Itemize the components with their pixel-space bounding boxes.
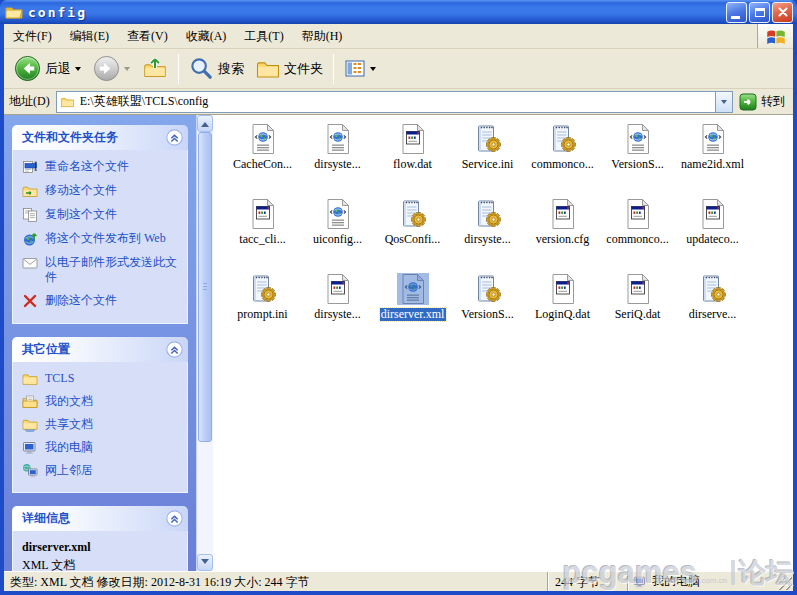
folder-up-icon	[142, 56, 168, 82]
folders-button[interactable]: 文件夹	[251, 55, 328, 83]
place-item[interactable]: TCLS	[22, 371, 181, 387]
panel-title: 其它位置	[22, 341, 166, 358]
chevron-up-icon[interactable]	[166, 129, 183, 146]
xml-file-icon	[397, 273, 429, 305]
task-item[interactable]: 将这个文件发布到 Web	[22, 231, 181, 247]
file-item[interactable]: uiconfig...	[300, 195, 375, 270]
panel-other-places-header[interactable]: 其它位置	[12, 337, 188, 362]
place-item[interactable]: 我的文档	[22, 394, 181, 410]
xml-file-icon	[322, 123, 354, 155]
views-button[interactable]	[339, 56, 381, 82]
up-button[interactable]	[137, 54, 173, 84]
ini-file-icon	[472, 123, 504, 155]
menu-item[interactable]: 工具(T)	[235, 24, 292, 49]
address-bar: 地址(D) E:\英雄联盟\TCLS\config 转到	[4, 89, 793, 115]
file-item[interactable]: SeriQ.dat	[600, 270, 675, 345]
menu-item[interactable]: 查看(V)	[118, 24, 177, 49]
menu-item[interactable]: 收藏(A)	[177, 24, 236, 49]
resize-grip[interactable]	[779, 577, 792, 590]
search-button[interactable]: 搜索	[184, 54, 249, 83]
search-icon	[189, 56, 214, 81]
file-item[interactable]: Service.ini	[450, 120, 525, 195]
task-item[interactable]: 重命名这个文件	[22, 159, 181, 175]
scroll-up-button[interactable]	[197, 115, 213, 132]
file-item[interactable]: VersionS...	[600, 120, 675, 195]
dat-file-icon	[547, 273, 579, 305]
toolbar-separator	[333, 54, 334, 84]
my-computer-icon	[633, 575, 647, 589]
sidebar-scrollbar[interactable]	[196, 115, 213, 571]
task-item[interactable]: 复制这个文件	[22, 207, 181, 223]
place-item[interactable]: 我的电脑	[22, 440, 181, 456]
status-location-label: 我的电脑	[652, 573, 700, 590]
file-item[interactable]: dirsyste...	[450, 195, 525, 270]
ini-file-icon	[547, 123, 579, 155]
file-item[interactable]: QosConfi...	[375, 195, 450, 270]
file-item[interactable]: commonco...	[525, 120, 600, 195]
file-item[interactable]: dirserve...	[675, 270, 750, 345]
task-item[interactable]: 移动这个文件	[22, 183, 181, 199]
windows-logo	[757, 24, 793, 48]
maximize-button[interactable]	[749, 2, 770, 23]
scrollbar-track[interactable]	[197, 132, 213, 554]
scrollbar-thumb[interactable]	[198, 132, 212, 442]
file-item[interactable]: commonco...	[600, 195, 675, 270]
place-item[interactable]: 共享文档	[22, 417, 181, 433]
dat-file-icon	[322, 273, 354, 305]
go-icon	[739, 93, 757, 111]
file-item[interactable]: VersionS...	[450, 270, 525, 345]
file-item[interactable]: dirsyste...	[300, 270, 375, 345]
views-dropdown-icon[interactable]	[370, 67, 376, 71]
address-dropdown-button[interactable]	[715, 92, 732, 112]
status-size: 244 字节	[547, 572, 627, 591]
file-grid[interactable]: CacheCon...dirsyste...flow.datService.in…	[213, 115, 793, 571]
task-item-label: 复制这个文件	[45, 207, 117, 222]
place-item-label: 网上邻居	[45, 463, 93, 478]
close-button[interactable]	[772, 2, 793, 23]
file-name: LoginQ.dat	[535, 308, 590, 321]
back-button[interactable]: 后退	[9, 53, 86, 84]
email-icon	[22, 255, 38, 271]
panel-file-tasks-header[interactable]: 文件和文件夹任务	[12, 125, 188, 150]
main-area: 文件和文件夹任务 重命名这个文件移动这个文件复制这个文件将这个文件发布到 Web…	[4, 115, 793, 571]
task-item-label: 将这个文件发布到 Web	[45, 231, 166, 246]
panel-details-header[interactable]: 详细信息	[12, 506, 188, 531]
file-item[interactable]: dirsyste...	[300, 120, 375, 195]
chevron-up-icon[interactable]	[166, 510, 183, 527]
menu-items: 文件(F)编辑(E)查看(V)收藏(A)工具(T)帮助(H)	[4, 24, 351, 49]
chevron-up-icon[interactable]	[166, 341, 183, 358]
task-item-label: 以电子邮件形式发送此文件	[45, 255, 181, 285]
file-item[interactable]: updateco...	[675, 195, 750, 270]
file-name: dirserver.xml	[380, 308, 446, 321]
back-dropdown-icon[interactable]	[75, 67, 81, 71]
address-input[interactable]: E:\英雄联盟\TCLS\config	[56, 91, 733, 113]
task-item[interactable]: 删除这个文件	[22, 293, 181, 309]
file-item[interactable]: flow.dat	[375, 120, 450, 195]
task-item[interactable]: 以电子邮件形式发送此文件	[22, 255, 181, 285]
go-label: 转到	[761, 93, 785, 110]
file-item[interactable]: dirserver.xml	[375, 270, 450, 345]
status-info: 类型: XML 文档 修改日期: 2012-8-31 16:19 大小: 244…	[4, 572, 547, 591]
status-bar: 类型: XML 文档 修改日期: 2012-8-31 16:19 大小: 244…	[4, 571, 793, 591]
minimize-button[interactable]	[726, 2, 747, 23]
forward-dropdown-icon[interactable]	[124, 67, 130, 71]
menu-item[interactable]: 文件(F)	[4, 24, 61, 49]
dat-file-icon	[247, 198, 279, 230]
file-item[interactable]: prompt.ini	[225, 270, 300, 345]
place-item-label: 我的电脑	[45, 440, 93, 455]
file-item[interactable]: name2id.xml	[675, 120, 750, 195]
go-button[interactable]: 转到	[739, 93, 788, 111]
menu-item[interactable]: 帮助(H)	[293, 24, 352, 49]
menu-item[interactable]: 编辑(E)	[61, 24, 118, 49]
scroll-down-button[interactable]	[197, 554, 213, 571]
file-item[interactable]: tacc_cli...	[225, 195, 300, 270]
sidebar: 文件和文件夹任务 重命名这个文件移动这个文件复制这个文件将这个文件发布到 Web…	[4, 115, 196, 571]
place-item[interactable]: 网上邻居	[22, 463, 181, 479]
explorer-window: config 文件(F)编辑(E)查看(V)收藏(A)工具(T)帮助(H) 后退	[0, 0, 797, 595]
file-item[interactable]: CacheCon...	[225, 120, 300, 195]
dat-file-icon	[697, 198, 729, 230]
maximize-icon	[755, 8, 765, 17]
file-item[interactable]: LoginQ.dat	[525, 270, 600, 345]
file-item[interactable]: version.cfg	[525, 195, 600, 270]
forward-button[interactable]	[88, 53, 135, 84]
